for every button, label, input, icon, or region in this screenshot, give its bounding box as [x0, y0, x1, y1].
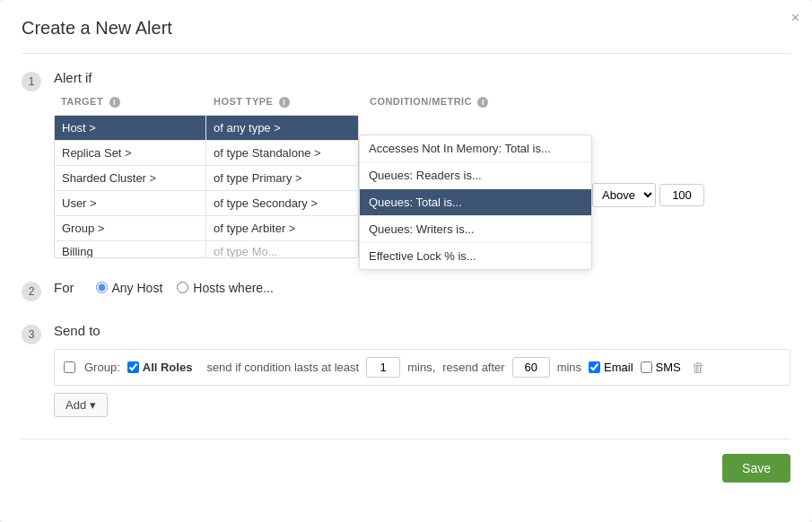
- delete-row-button[interactable]: 🗑: [692, 360, 705, 375]
- alert-if-label: Alert if: [54, 70, 790, 85]
- send-to-row: Group: All Roles send if condition lasts…: [54, 349, 790, 386]
- section-number-2: 2: [22, 282, 41, 301]
- target-info-icon: i: [109, 97, 120, 108]
- modal-title: Create a New Alert: [22, 18, 790, 39]
- alert-if-section: 1 Alert if TARGET i HOST TYPE i CONDITIO…: [22, 70, 790, 258]
- target-cell-sharded[interactable]: Sharded Cluster >: [55, 166, 206, 190]
- target-cell-user[interactable]: User >: [55, 191, 206, 215]
- hosttype-header: HOST TYPE i: [206, 96, 359, 111]
- section-number-3: 3: [22, 325, 41, 344]
- save-button[interactable]: Save: [722, 454, 790, 483]
- for-label: For: [54, 280, 74, 295]
- mins-label: mins,: [407, 361, 435, 374]
- create-alert-modal: × Create a New Alert 1 Alert if TARGET i…: [0, 0, 812, 522]
- any-host-label: Any Host: [112, 281, 163, 295]
- alert-if-content: Alert if TARGET i HOST TYPE i CONDITION/…: [54, 70, 790, 258]
- table-row[interactable]: Sharded Cluster > of type Primary >: [55, 166, 358, 191]
- condition-item-accesses[interactable]: Accesses Not In Memory: Total is...: [360, 135, 591, 162]
- section-number-1: 1: [22, 72, 41, 91]
- sms-label: SMS: [656, 361, 681, 374]
- target-cell-billing[interactable]: Billing: [55, 241, 206, 257]
- hosttype-info-icon: i: [279, 97, 290, 108]
- target-header: TARGET i: [54, 96, 206, 111]
- sms-option[interactable]: SMS: [641, 361, 681, 374]
- email-checkbox[interactable]: [589, 361, 600, 373]
- add-label: Add: [65, 398, 86, 412]
- condition-lasts-text: send if condition lasts at least: [206, 361, 359, 374]
- condition-item-queues-total[interactable]: Queues: Total is...: [360, 189, 591, 216]
- resend-mins-label: mins: [557, 361, 581, 374]
- resend-value-input[interactable]: [512, 357, 550, 378]
- table-row[interactable]: Billing of type Mo...: [55, 241, 358, 257]
- all-roles-checkbox[interactable]: [127, 361, 139, 373]
- add-button[interactable]: Add ▾: [54, 393, 108, 417]
- alert-table: TARGET i HOST TYPE i CONDITION/METRIC i: [54, 96, 790, 258]
- any-host-radio[interactable]: [96, 282, 108, 293]
- table-row[interactable]: User > of type Secondary >: [55, 191, 358, 216]
- target-cell-replicaset[interactable]: Replica Set >: [55, 141, 206, 165]
- hosttype-cell-mo[interactable]: of type Mo...: [206, 241, 358, 257]
- table-row[interactable]: Group > of type Arbiter >: [55, 216, 358, 241]
- target-cell-host[interactable]: Host >: [55, 116, 206, 140]
- mins-value-input[interactable]: [366, 357, 400, 378]
- sms-checkbox[interactable]: [641, 361, 652, 373]
- hosttype-cell-secondary[interactable]: of type Secondary >: [206, 191, 358, 215]
- for-section: 2 For Any Host Hosts where...: [22, 280, 790, 301]
- table-row[interactable]: Replica Set > of type Standalone >: [55, 141, 358, 166]
- above-row: Above Below Equal: [592, 183, 704, 207]
- send-to-section: 3 Send to Group: All Roles send if condi…: [22, 323, 790, 417]
- condition-item-queues-readers[interactable]: Queues: Readers is...: [360, 162, 591, 189]
- table-row[interactable]: Host > of any type >: [55, 116, 358, 141]
- table-headers: TARGET i HOST TYPE i CONDITION/METRIC i: [54, 96, 790, 111]
- resend-label: resend after: [442, 361, 504, 374]
- condition-dropdown: Accesses Not In Memory: Total is... Queu…: [359, 135, 592, 270]
- send-to-row-checkbox[interactable]: [64, 361, 75, 373]
- above-value-input[interactable]: [659, 184, 704, 206]
- hosttype-cell-arbiter[interactable]: of type Arbiter >: [206, 216, 358, 240]
- send-to-content: Send to Group: All Roles send if conditi…: [54, 323, 790, 417]
- close-button[interactable]: ×: [791, 11, 799, 25]
- modal-footer: Save: [22, 439, 790, 483]
- condition-header: CONDITION/METRIC i: [362, 96, 596, 111]
- for-options: For Any Host Hosts where...: [54, 280, 790, 295]
- hosts-where-option[interactable]: Hosts where...: [177, 281, 273, 295]
- all-roles-label[interactable]: All Roles: [127, 361, 193, 374]
- all-roles-text: All Roles: [143, 361, 193, 374]
- target-cell-group[interactable]: Group >: [55, 216, 206, 240]
- hosts-where-radio[interactable]: [177, 282, 188, 293]
- email-label: Email: [604, 361, 633, 374]
- condition-info-icon: i: [477, 97, 488, 108]
- condition-item-queues-writers[interactable]: Queues: Writers is...: [360, 216, 591, 243]
- send-to-label: Send to: [54, 323, 790, 338]
- hosts-where-label: Hosts where...: [193, 281, 273, 295]
- above-select[interactable]: Above Below Equal: [592, 183, 656, 207]
- group-label: Group:: [84, 361, 120, 374]
- for-content: For Any Host Hosts where...: [54, 280, 790, 295]
- any-host-option[interactable]: Any Host: [96, 281, 163, 295]
- email-option[interactable]: Email: [589, 361, 633, 374]
- condition-item-effective-lock[interactable]: Effective Lock % is...: [360, 243, 591, 269]
- add-chevron-icon: ▾: [90, 398, 96, 412]
- hosttype-cell-primary[interactable]: of type Primary >: [206, 166, 358, 190]
- hosttype-cell-standalone[interactable]: of type Standalone >: [206, 141, 358, 165]
- title-divider: [22, 53, 790, 54]
- target-hosttype-table: Host > of any type > Replica Set > of ty…: [54, 115, 359, 258]
- hosttype-cell-anytype[interactable]: of any type >: [206, 116, 358, 140]
